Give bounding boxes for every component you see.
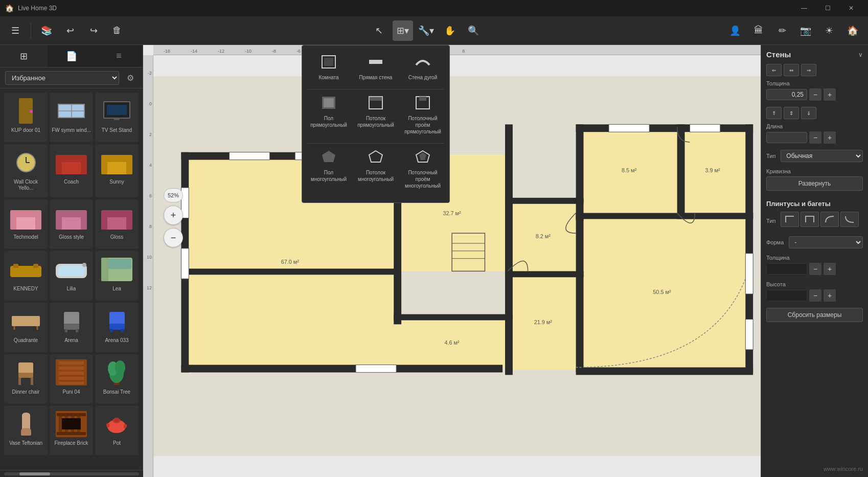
type-select[interactable]: Обычная: [781, 150, 863, 162]
length-input[interactable]: [766, 132, 807, 143]
ruler-left: -2 0 2 4 6 8 10 12: [143, 55, 153, 477]
baseboard-thickness-plus[interactable]: +: [824, 263, 836, 275]
menu-room[interactable]: Комната: [307, 51, 350, 85]
panel-chevron-icon[interactable]: ∨: [858, 51, 863, 58]
grid-item-sunny[interactable]: Sunny: [95, 144, 139, 198]
baseboard-type-1[interactable]: [781, 212, 799, 227]
zoom-tool[interactable]: 🔍: [463, 20, 484, 41]
right-toolbar-home[interactable]: 🏠: [842, 20, 863, 41]
grid-item-dinner-chair[interactable]: Dinner chair: [4, 354, 48, 404]
grid-item-kennedy[interactable]: KENNEDY: [4, 251, 48, 301]
thickness-input[interactable]: [766, 89, 807, 100]
align-top-button[interactable]: ⇑: [766, 107, 782, 119]
select-tool[interactable]: ↖: [369, 20, 390, 41]
svg-rect-46: [76, 329, 78, 332]
baseboard-type-2[interactable]: [801, 212, 819, 227]
tab-document[interactable]: 📄: [48, 45, 95, 67]
right-toolbar-pencil[interactable]: ✏: [772, 20, 792, 41]
svg-point-36: [82, 263, 86, 267]
floorplan[interactable]: 67.0 м² 32.7 м² 8.2 м² 8.5 м² 3.9 м² 50.…: [153, 55, 761, 477]
baseboard-type-3[interactable]: [820, 212, 839, 227]
grid-item-wall-clock-yello...[interactable]: Wall Clock Yello...: [4, 144, 48, 198]
panel-title: Стены: [766, 50, 791, 59]
hamburger-button[interactable]: ☰: [5, 20, 26, 41]
length-minus[interactable]: −: [809, 131, 821, 144]
draw-dropdown-menu: Комната Прямая стена Стена дугой Пол пря…: [302, 45, 450, 203]
align-center-v-button[interactable]: ⇕: [784, 107, 799, 119]
menu-poly-floor[interactable]: Пол многоугольный: [307, 146, 350, 193]
grid-item-coach[interactable]: Coach: [50, 144, 93, 198]
grid-item-vase-teftonian[interactable]: Vase Teftonian: [4, 405, 48, 455]
tab-list[interactable]: ≡: [95, 45, 143, 67]
curvature-label: Кривизна: [766, 168, 863, 174]
settings-button[interactable]: ⚙: [123, 71, 138, 85]
grid-item-arena[interactable]: Arena: [50, 303, 93, 352]
right-toolbar-camera[interactable]: 📷: [795, 20, 816, 41]
menu-poly-ceiling-opening[interactable]: Потолочный проём многоугольный: [401, 146, 444, 193]
align-right-button[interactable]: ⇒: [801, 64, 816, 76]
restore-button[interactable]: ☐: [816, 0, 839, 16]
reset-sizes-button[interactable]: Сбросить размеры: [766, 308, 863, 322]
zoom-controls: 52% + −: [164, 188, 183, 247]
baseboard-thickness-input[interactable]: [766, 263, 807, 275]
draw-menu-button[interactable]: ⊞▾: [393, 20, 413, 41]
hand-tool[interactable]: ✋: [440, 20, 460, 41]
baseboard-height-plus[interactable]: +: [824, 289, 836, 302]
menu-rect-ceiling-opening[interactable]: Потолочный проём прямоугольный: [401, 92, 444, 139]
redo-button[interactable]: ↪: [83, 20, 104, 41]
grid-item-techmodel[interactable]: Techmodel: [4, 199, 48, 249]
item-label: Gloss style: [59, 234, 84, 240]
tab-grid[interactable]: ⊞: [0, 45, 48, 67]
thickness-plus[interactable]: +: [824, 88, 836, 101]
grid-item-kup-door-01[interactable]: KUP door 01: [4, 93, 48, 142]
undo-button[interactable]: ↩: [60, 20, 80, 41]
grid-item-lilia[interactable]: Lilia: [50, 251, 93, 301]
tools-button[interactable]: 🔧▾: [416, 20, 437, 41]
zoom-in-button[interactable]: +: [164, 206, 183, 225]
item-label: Wall Clock Yello...: [6, 179, 45, 191]
align-center-h-button[interactable]: ⇔: [784, 64, 799, 76]
close-button[interactable]: ✕: [839, 0, 863, 16]
horizontal-scrollbar[interactable]: [0, 470, 143, 477]
baseboard-height-minus[interactable]: −: [809, 289, 821, 302]
grid-item-lea[interactable]: Lea: [95, 251, 139, 301]
delete-button[interactable]: 🗑: [107, 20, 127, 41]
baseboard-type-4[interactable]: [840, 212, 859, 227]
rect-ceiling-opening-label: Потолочный проём прямоугольный: [403, 115, 442, 135]
thickness-minus[interactable]: −: [809, 88, 821, 101]
baseboard-shape-select[interactable]: -: [789, 236, 863, 248]
grid-item-fireplace-brick[interactable]: Fireplace Brick: [50, 405, 93, 455]
menu-rect-ceiling[interactable]: Потолок прямоугольный: [354, 92, 397, 139]
align-bottom-button[interactable]: ⇓: [801, 107, 816, 119]
grid-item-pot[interactable]: Pot: [95, 405, 139, 455]
grid-item-gloss[interactable]: Gloss: [95, 199, 139, 249]
menu-poly-ceiling[interactable]: Потолок многоугольный: [354, 146, 397, 193]
grid-item-tv-set-stand[interactable]: TV Set Stand: [95, 93, 139, 142]
scrollbar-thumb[interactable]: [19, 472, 50, 475]
menu-arc-wall[interactable]: Стена дугой: [401, 51, 444, 85]
libraries-button[interactable]: 📚: [36, 20, 57, 41]
grid-item-gloss-style[interactable]: Gloss style: [50, 199, 93, 249]
canvas-area[interactable]: -16 -14 -12 -10 -8 -6 -4 -2 0 2 4 6 8 -2…: [143, 45, 761, 477]
minimize-button[interactable]: —: [792, 0, 816, 16]
zoom-out-button[interactable]: −: [164, 228, 183, 247]
menu-straight-wall[interactable]: Прямая стена: [354, 51, 397, 85]
right-toolbar-sun[interactable]: ☀: [819, 20, 839, 41]
baseboard-thickness-minus[interactable]: −: [809, 263, 821, 275]
menu-rect-floor[interactable]: Пол прямоугольный: [307, 92, 350, 139]
right-toolbar-person[interactable]: 👤: [725, 20, 745, 41]
baseboard-height-input[interactable]: [766, 290, 807, 301]
item-thumbnail: [8, 96, 44, 126]
align-left-button[interactable]: ⇐: [766, 64, 782, 76]
grid-item-fw-symm-wind...[interactable]: FW symm wind...: [50, 93, 93, 142]
length-plus[interactable]: +: [824, 131, 836, 144]
grid-item-quadrante[interactable]: Quadrante: [4, 303, 48, 352]
grid-item-arena-033[interactable]: Arena 033: [95, 303, 139, 352]
item-thumbnail: [99, 357, 135, 388]
item-thumbnail: [99, 96, 135, 126]
category-select[interactable]: Избранное: [5, 71, 119, 85]
expand-button[interactable]: Развернуть: [766, 176, 863, 191]
grid-item-bonsai-tree[interactable]: Bonsai Tree: [95, 354, 139, 404]
right-toolbar-house[interactable]: 🏛: [748, 20, 769, 41]
grid-item-puni-04[interactable]: Puni 04: [50, 354, 93, 404]
